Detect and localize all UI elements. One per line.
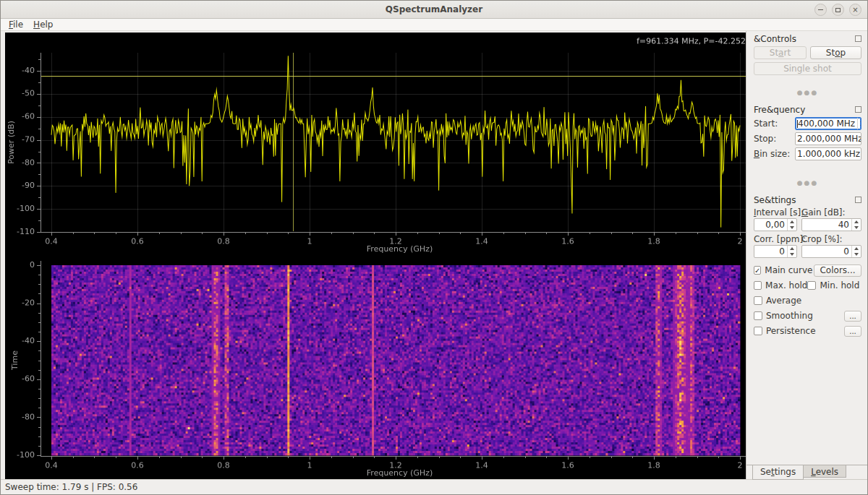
checkbox-icon[interactable] bbox=[754, 296, 762, 305]
minimize-icon bbox=[818, 9, 823, 11]
splitter-handle[interactable]: ●●● bbox=[754, 90, 861, 95]
interval-spinbox[interactable]: 0,00 bbox=[754, 218, 797, 231]
titlebar[interactable]: QSpectrumAnalyzer × bbox=[1, 1, 867, 19]
stop-button[interactable]: Stop bbox=[810, 46, 861, 59]
spectrum-plot[interactable] bbox=[5, 33, 762, 255]
gain-label: Gain [dB]: bbox=[801, 207, 861, 218]
corr-value[interactable]: 0 bbox=[754, 246, 787, 257]
app-window: QSpectrumAnalyzer × File Help &Controls bbox=[0, 0, 868, 495]
spin-up-icon[interactable] bbox=[788, 219, 796, 225]
crop-value[interactable]: 0 bbox=[802, 246, 851, 257]
stop-freq-spinbox[interactable]: 2.000,000 MHz bbox=[795, 132, 861, 145]
frequency-group-title: Fre&quency bbox=[754, 105, 805, 115]
crop-spinbox[interactable]: 0 bbox=[801, 245, 861, 258]
status-text: Sweep time: 1.79 s | FPS: 0.56 bbox=[5, 482, 137, 492]
spin-down-icon[interactable] bbox=[852, 251, 861, 257]
menu-help[interactable]: Help bbox=[28, 19, 58, 30]
main-curve-checkbox[interactable]: Main curve bbox=[754, 265, 808, 275]
settings-group-title: Se&ttings bbox=[754, 195, 796, 205]
plot-container bbox=[5, 33, 762, 479]
spin-up-icon[interactable] bbox=[852, 219, 861, 225]
persistence-options-button[interactable]: ... bbox=[844, 326, 861, 337]
settings-dock: &Controls Start Stop Single shot ●●● Fre… bbox=[746, 31, 867, 479]
main-content: &Controls Start Stop Single shot ●●● Fre… bbox=[1, 31, 867, 479]
checkbox-icon[interactable] bbox=[754, 311, 762, 320]
spin-down-icon[interactable] bbox=[852, 225, 861, 231]
min-hold-checkbox[interactable]: Min. hold bbox=[807, 280, 859, 290]
crop-label: Crop [%]: bbox=[801, 234, 861, 245]
dock-float-icon[interactable] bbox=[855, 35, 861, 42]
controls-group-header: &Controls bbox=[754, 33, 861, 44]
max-hold-checkbox[interactable]: Max. hold bbox=[754, 280, 808, 290]
colors-button[interactable]: Colors... bbox=[814, 264, 861, 277]
window-title: QSpectrumAnalyzer bbox=[386, 4, 482, 14]
max-hold-label: Max. hold bbox=[765, 280, 807, 290]
plot-area bbox=[1, 31, 746, 479]
controls-group-title: &Controls bbox=[754, 34, 796, 44]
dock-float-icon[interactable] bbox=[855, 106, 861, 113]
checkbox-icon[interactable] bbox=[807, 281, 816, 290]
stop-freq-value[interactable]: 2.000,000 MHz bbox=[796, 133, 861, 145]
start-button[interactable]: Start bbox=[754, 46, 807, 59]
spin-up-icon[interactable] bbox=[788, 246, 796, 251]
smoothing-label: Smoothing bbox=[766, 311, 813, 321]
interval-label: Interval [s]: bbox=[754, 207, 797, 218]
persistence-checkbox[interactable]: Persistence bbox=[754, 326, 816, 336]
frequency-group-header: Fre&quency bbox=[754, 104, 861, 115]
stop-freq-label: Stop: bbox=[754, 134, 776, 144]
close-icon: × bbox=[852, 7, 858, 14]
checkbox-icon[interactable] bbox=[754, 266, 761, 275]
interval-value[interactable]: 0,00 bbox=[754, 219, 787, 231]
spin-arrows[interactable] bbox=[851, 246, 861, 257]
menu-file[interactable]: File bbox=[4, 19, 28, 30]
splitter-handle[interactable]: ●●● bbox=[754, 180, 861, 186]
tab-settings[interactable]: Settings bbox=[752, 465, 804, 480]
corr-label: Corr. [ppm]: bbox=[754, 234, 797, 245]
minimize-button[interactable] bbox=[814, 4, 827, 16]
settings-group-header: Se&ttings bbox=[754, 194, 861, 205]
maximize-icon bbox=[835, 8, 841, 12]
spin-up-icon[interactable] bbox=[852, 246, 861, 251]
spin-up-icon[interactable] bbox=[858, 118, 861, 124]
gain-value[interactable]: 40 bbox=[802, 219, 851, 231]
spin-arrows[interactable] bbox=[851, 219, 861, 231]
smoothing-checkbox[interactable]: Smoothing bbox=[754, 311, 813, 321]
bin-size-label: Bin size: bbox=[754, 149, 790, 159]
dock-float-icon[interactable] bbox=[855, 197, 861, 203]
spin-down-icon[interactable] bbox=[788, 225, 796, 231]
spin-down-icon[interactable] bbox=[788, 251, 796, 257]
close-button[interactable]: × bbox=[849, 4, 861, 16]
waterfall-plot[interactable] bbox=[5, 255, 762, 479]
spin-down-icon[interactable] bbox=[858, 124, 861, 129]
start-freq-spinbox[interactable]: 400,000 MHz bbox=[795, 117, 861, 130]
spin-arrows[interactable] bbox=[787, 246, 796, 257]
maximize-button[interactable] bbox=[832, 4, 844, 16]
menubar: File Help bbox=[1, 19, 867, 31]
persistence-label: Persistence bbox=[766, 326, 816, 336]
corr-spinbox[interactable]: 0 bbox=[754, 245, 797, 258]
main-curve-label: Main curve bbox=[765, 265, 812, 275]
bin-size-value[interactable]: 1.000,000 kHz bbox=[796, 148, 861, 160]
statusbar: Sweep time: 1.79 s | FPS: 0.56 bbox=[1, 479, 867, 494]
checkbox-icon[interactable] bbox=[754, 327, 762, 335]
average-label: Average bbox=[766, 296, 801, 306]
dock-spacer bbox=[754, 341, 861, 465]
gain-spinbox[interactable]: 40 bbox=[801, 218, 861, 231]
start-freq-value[interactable]: 400,000 MHz bbox=[796, 118, 857, 129]
min-hold-label: Min. hold bbox=[820, 280, 859, 290]
tab-levels[interactable]: Levels bbox=[803, 465, 846, 478]
average-checkbox[interactable]: Average bbox=[754, 296, 801, 306]
start-freq-label: Start: bbox=[754, 119, 778, 129]
spin-arrows[interactable] bbox=[857, 118, 861, 129]
dock-tabbar: Settings Levels bbox=[746, 465, 867, 479]
checkbox-icon[interactable] bbox=[754, 281, 762, 290]
smoothing-options-button[interactable]: ... bbox=[844, 311, 861, 322]
single-shot-button[interactable]: Single shot bbox=[754, 62, 861, 75]
spin-arrows[interactable] bbox=[787, 219, 796, 231]
bin-size-spinbox[interactable]: 1.000,000 kHz bbox=[795, 147, 861, 160]
